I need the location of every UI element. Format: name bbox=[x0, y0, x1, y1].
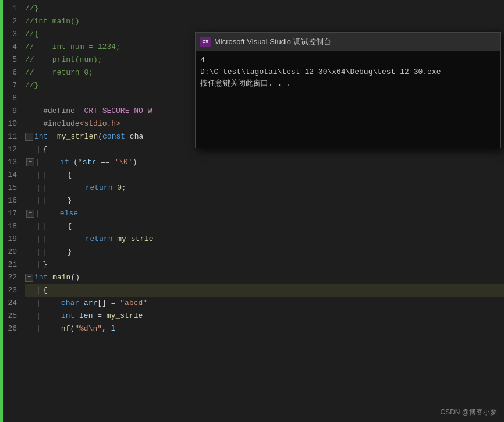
pipe-marker: │ bbox=[37, 284, 41, 297]
pipe-marker: │ bbox=[37, 233, 41, 246]
code-text: int bbox=[61, 310, 74, 322]
code-text: n bbox=[61, 322, 66, 335]
code-text bbox=[48, 130, 57, 143]
code-text: ( bbox=[69, 156, 78, 169]
code-text: my_strlen bbox=[57, 130, 98, 143]
code-text bbox=[110, 156, 115, 169]
line-num-24: 24 bbox=[3, 297, 17, 310]
code-text: } bbox=[49, 194, 72, 207]
line-num-6: 6 bbox=[3, 66, 17, 79]
collapse-button-11[interactable]: − bbox=[25, 133, 33, 141]
code-text: str bbox=[83, 156, 96, 169]
code-line-13: − │ if ( * str == '\0' ) bbox=[25, 156, 504, 169]
code-text: // print(num); bbox=[25, 54, 102, 66]
line-num-12: 12 bbox=[3, 143, 17, 156]
code-text: , bbox=[102, 322, 111, 335]
debug-title-bar: C# Microsoft Visual Studio 调试控制台 bbox=[196, 33, 500, 51]
pipe-marker: │ bbox=[37, 194, 41, 207]
code-text: else bbox=[60, 207, 78, 220]
line-num-25: 25 bbox=[3, 310, 17, 322]
code-text: "%d\n" bbox=[74, 322, 102, 335]
code-line-20: │ │ } bbox=[25, 246, 504, 258]
pipe-marker2: │ bbox=[43, 169, 47, 182]
code-line-1: //} bbox=[25, 2, 504, 15]
line-num-11: 11 bbox=[3, 130, 17, 143]
line-num-14: 14 bbox=[3, 169, 17, 182]
code-text bbox=[74, 310, 79, 322]
code-text: } bbox=[49, 246, 72, 258]
code-text: ) bbox=[133, 156, 137, 169]
line-num-10: 10 bbox=[3, 118, 17, 130]
code-line-17: − │ else bbox=[25, 207, 504, 220]
collapse-button-17[interactable]: − bbox=[26, 210, 34, 218]
line-num-23: 23 bbox=[3, 284, 17, 297]
pipe-marker: │ bbox=[37, 182, 41, 194]
code-text: int bbox=[34, 271, 48, 284]
code-text: //} bbox=[25, 2, 38, 15]
code-text: const bbox=[102, 130, 125, 143]
line-num-18: 18 bbox=[3, 220, 17, 233]
code-text bbox=[43, 310, 61, 322]
code-text: int bbox=[34, 130, 48, 143]
line-num-4: 4 bbox=[3, 41, 17, 54]
code-text: return bbox=[86, 233, 113, 246]
code-text: "abcd" bbox=[120, 297, 147, 310]
line-num-5: 5 bbox=[3, 54, 17, 66]
code-text bbox=[112, 182, 117, 194]
code-text: = bbox=[93, 310, 106, 322]
pipe-marker: │ bbox=[37, 246, 41, 258]
collapse-button-13[interactable]: − bbox=[26, 158, 34, 166]
code-text: //{ bbox=[25, 28, 38, 41]
code-line-16: │ │ } bbox=[25, 194, 504, 207]
code-line-19: │ │ return my_strle bbox=[25, 233, 504, 246]
code-text bbox=[25, 92, 30, 105]
watermark-text: CSDN @博客小梦 bbox=[440, 408, 497, 416]
vs-icon: C# bbox=[200, 37, 211, 47]
code-text: #include bbox=[25, 118, 80, 130]
pipe-marker2: │ bbox=[43, 182, 47, 194]
code-line-15: │ │ return 0 ; bbox=[25, 182, 504, 194]
line-num-20: 20 bbox=[3, 246, 17, 258]
debug-content: 4 D:\C_test\tagotai\test_12_30\x64\Debug… bbox=[196, 51, 500, 148]
code-line-22: − int main () bbox=[25, 271, 504, 284]
collapse-button-22[interactable]: − bbox=[25, 274, 33, 282]
code-text: char bbox=[61, 297, 79, 310]
code-text: 0 bbox=[117, 182, 122, 194]
code-text: { bbox=[43, 143, 48, 156]
code-line-23: │ { bbox=[25, 284, 504, 297]
code-text: { bbox=[43, 284, 48, 297]
line-num-16: 16 bbox=[3, 194, 17, 207]
code-line-25: │ int len = my_strle bbox=[25, 310, 504, 322]
line-num-13: 13 bbox=[3, 156, 17, 169]
code-line-2: //int main() bbox=[25, 15, 504, 28]
pipe-marker: │ bbox=[37, 322, 41, 335]
code-text: '\0' bbox=[115, 156, 133, 169]
code-text bbox=[112, 233, 117, 246]
code-text: if bbox=[60, 156, 69, 169]
pipe-marker: │ bbox=[37, 310, 41, 322]
debug-console[interactable]: C# Microsoft Visual Studio 调试控制台 4 D:\C_… bbox=[195, 32, 501, 148]
debug-output-prompt: 按任意键关闭此窗口. . . bbox=[200, 78, 495, 90]
code-text bbox=[96, 156, 101, 169]
code-text bbox=[43, 322, 61, 335]
line-num-8: 8 bbox=[3, 92, 17, 105]
code-text: { bbox=[49, 169, 72, 182]
code-text bbox=[48, 271, 52, 284]
code-text: [] = bbox=[97, 297, 120, 310]
line-num-9: 9 bbox=[3, 105, 17, 118]
pipe-marker2: │ bbox=[43, 194, 47, 207]
code-text: ; bbox=[122, 182, 126, 194]
line-numbers: 1 2 3 4 5 6 7 8 9 10 11 12 13 14 15 16 1… bbox=[3, 0, 20, 422]
pipe-marker: │ bbox=[37, 220, 41, 233]
line-num-3: 3 bbox=[3, 28, 17, 41]
code-line-24: │ char arr [] = "abcd" bbox=[25, 297, 504, 310]
code-text: // return 0; bbox=[25, 66, 93, 79]
code-line-14: │ │ { bbox=[25, 169, 504, 182]
line-num-2: 2 bbox=[3, 15, 17, 28]
code-text: _CRT_SECURE_NO_W bbox=[80, 105, 152, 118]
code-text bbox=[43, 297, 61, 310]
code-text: main bbox=[52, 271, 70, 284]
vs-icon-text: C# bbox=[203, 39, 209, 45]
code-text bbox=[49, 182, 85, 194]
code-text: l bbox=[111, 322, 116, 335]
